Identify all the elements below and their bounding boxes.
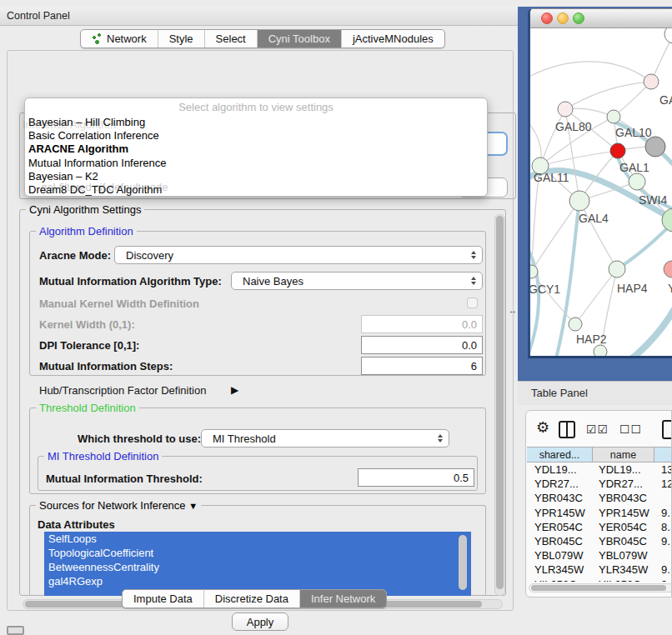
tab-infer-network[interactable]: Infer Network	[300, 590, 386, 608]
mi-type-combo[interactable]: Naive Bayes	[231, 272, 483, 290]
cell[interactable]: YER054C	[593, 521, 654, 533]
cell[interactable]: YIL052C	[593, 578, 654, 582]
cell[interactable]: YBL079W	[527, 549, 593, 562]
cell[interactable]: YLR345W	[593, 563, 654, 576]
cell[interactable]: YBR045C	[593, 535, 654, 548]
cell[interactable]: 12	[654, 478, 672, 490]
network-view-window[interactable]: GAL GAL80 GAL10 GAL1 GAL11 SWI4 GAL4 GCY…	[528, 8, 672, 358]
dropdown-item-aracne[interactable]: ARACNE Algorithm	[25, 142, 487, 156]
cell[interactable]: YDL19...	[527, 463, 593, 476]
tab-discretize-data[interactable]: Discretize Data	[204, 590, 300, 608]
table-row[interactable]: YLR345WYLR345W9.	[527, 562, 672, 577]
cell[interactable]: 8.	[654, 521, 672, 533]
tab-cyni-toolbox[interactable]: Cyni Toolbox	[258, 30, 342, 48]
list-item-selected[interactable]: BetweennessCentrality	[44, 560, 471, 574]
table-row[interactable]: YBR045CYBR045C9.	[527, 534, 672, 548]
mac-minimize-icon[interactable]	[557, 12, 569, 24]
which-threshold-combo[interactable]: MI Threshold	[201, 429, 449, 448]
node-label: HAP4	[617, 282, 648, 295]
mac-close-icon[interactable]	[541, 12, 553, 24]
list-item-selected[interactable]: gal4RGexp	[44, 574, 471, 588]
tab-impute-data[interactable]: Impute Data	[123, 590, 204, 608]
node-label: SWI4	[639, 193, 667, 207]
columns-icon[interactable]	[559, 421, 575, 438]
table-row[interactable]: YBR043CYBR043C	[527, 491, 672, 505]
column-header-partial[interactable]	[654, 447, 672, 462]
select-all-checkboxes-icon[interactable]: ☑☑	[586, 422, 609, 436]
column-header-shared[interactable]: shared...	[527, 447, 593, 462]
mi-steps-field[interactable]: 6	[361, 357, 483, 375]
apply-button[interactable]: Apply	[232, 612, 288, 631]
dropdown-item[interactable]: Bayesian – K2	[25, 170, 487, 183]
table-row[interactable]: YER054CYER054C8.	[527, 520, 672, 534]
cell[interactable]: YPR145W	[527, 507, 593, 519]
column-header-name[interactable]: name	[593, 447, 654, 462]
network-nodes[interactable]	[530, 28, 672, 357]
node-gal10[interactable]	[607, 110, 620, 123]
network-graph-canvas[interactable]: GAL GAL80 GAL10 GAL1 GAL11 SWI4 GAL4 GCY…	[530, 28, 672, 357]
cell[interactable]: 9.	[654, 507, 672, 519]
gear-icon[interactable]: ⚙	[536, 418, 549, 437]
table-horizontal-scrollbar[interactable]	[529, 583, 672, 592]
cell[interactable]: YBR043C	[527, 492, 593, 504]
cell[interactable]: YDL19...	[593, 463, 654, 476]
node-gal4[interactable]	[569, 191, 589, 211]
table-row[interactable]: YDR27...YDR27...12	[527, 477, 672, 491]
cell[interactable]: YBR043C	[593, 492, 654, 504]
node-red-selected[interactable]	[610, 143, 625, 158]
table-row[interactable]: YBL079WYBL079W	[527, 548, 672, 562]
node-gal1[interactable]	[629, 173, 645, 190]
cell[interactable]: YDR27...	[527, 478, 593, 490]
cell[interactable]: YBL079W	[593, 549, 654, 562]
hub-definition-label[interactable]: Hub/Transcription Factor Definition	[39, 384, 206, 397]
cell[interactable]: 9	[654, 578, 672, 582]
collapsed-panel-icon[interactable]	[7, 626, 24, 635]
data-attributes-list[interactable]: SelfLoops TopologicalCoefficient Between…	[44, 532, 471, 596]
control-panel-titlebar	[0, 7, 519, 26]
dropdown-item[interactable]: Bayesian – Hill Climbing	[25, 116, 487, 129]
cell[interactable]: YDR27...	[593, 478, 654, 490]
mi-threshold-field[interactable]: 0.5	[358, 468, 474, 487]
tab-style[interactable]: Style	[158, 30, 205, 48]
settings-vertical-scrollbar[interactable]	[494, 214, 505, 596]
aracne-mode-value: Discovery	[126, 249, 173, 262]
dropdown-item[interactable]: Mutual Information Inference	[25, 157, 487, 170]
table-row[interactable]: YIL052CYIL052C9	[527, 578, 672, 582]
deselect-all-checkboxes-icon[interactable]: ☐☐	[619, 422, 642, 436]
tab-jactivemnodules[interactable]: jActiveMNodules	[342, 30, 444, 48]
dropdown-item[interactable]: Dream8 DC_TDC Algorithm	[25, 183, 487, 197]
hub-expand-arrow-icon[interactable]: ▶	[231, 384, 238, 396]
node-gray[interactable]	[645, 137, 665, 157]
kernel-width-field: 0.0	[361, 315, 483, 333]
cell[interactable]: YER054C	[527, 521, 593, 533]
node-gal80[interactable]	[558, 102, 573, 117]
aracne-mode-label: Aracne Mode:	[39, 249, 111, 262]
cell[interactable]: YPR145W	[593, 507, 654, 519]
attributes-list-scrollbar[interactable]	[458, 534, 468, 593]
node-hap2[interactable]	[569, 318, 582, 331]
node-partial-top[interactable]	[664, 28, 672, 43]
node-hap4[interactable]	[609, 261, 625, 278]
network-window-titlebar[interactable]	[530, 9, 672, 28]
mac-zoom-icon[interactable]	[573, 12, 584, 24]
cell[interactable]: YLR345W	[527, 563, 593, 576]
aracne-mode-combo[interactable]: Discovery	[114, 246, 483, 264]
tab-network[interactable]: Network	[81, 30, 158, 48]
cell[interactable]: 9.	[654, 535, 672, 548]
list-item-selected[interactable]: TopologicalCoefficient	[44, 546, 471, 560]
tab-select[interactable]: Select	[205, 30, 258, 48]
node-salmon[interactable]	[664, 261, 672, 278]
cell[interactable]: YIL052C	[527, 578, 593, 582]
node-partial-bottom[interactable]	[594, 345, 607, 357]
table-row[interactable]: YPR145WYPR145W9.	[527, 506, 672, 520]
table-row[interactable]: YDL19...YDL19...13	[527, 462, 672, 477]
cell[interactable]: 13	[654, 463, 672, 476]
sources-collapse-arrow-icon[interactable]: ▼	[188, 501, 198, 511]
node-pink[interactable]	[644, 74, 659, 89]
dpi-tolerance-field[interactable]: 0.0	[361, 336, 483, 354]
table-function-icon[interactable]	[662, 420, 672, 439]
cell[interactable]: 9.	[654, 563, 672, 576]
dropdown-item[interactable]: Basic Correlation Inference	[25, 129, 487, 142]
cell[interactable]: YBR045C	[527, 535, 593, 548]
list-item-selected[interactable]: SelfLoops	[44, 532, 471, 546]
